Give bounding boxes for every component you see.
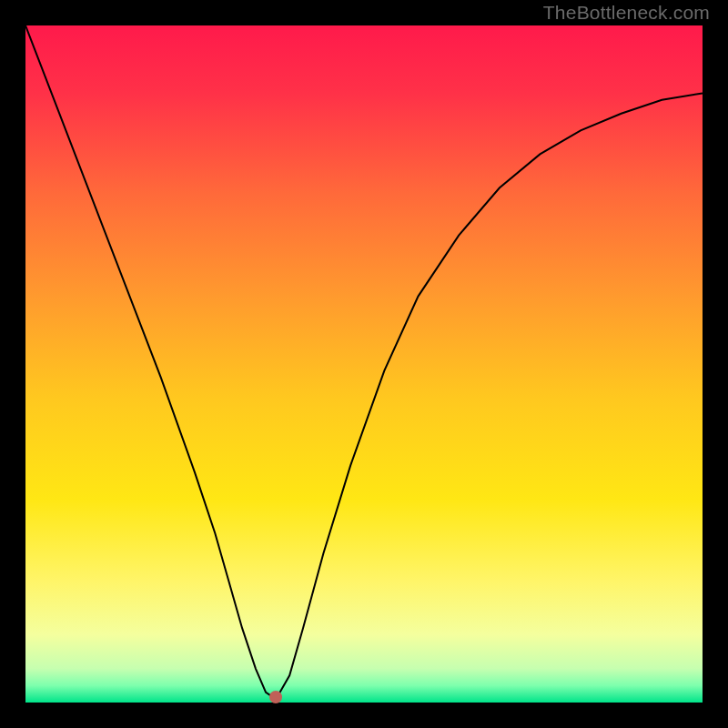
curve-path: [25, 25, 703, 699]
bottleneck-curve: [25, 25, 703, 703]
plot-area: [25, 25, 703, 703]
chart-frame: TheBottleneck.com: [0, 0, 728, 728]
minimum-marker-dot: [269, 691, 282, 703]
watermark-text: TheBottleneck.com: [543, 2, 710, 24]
